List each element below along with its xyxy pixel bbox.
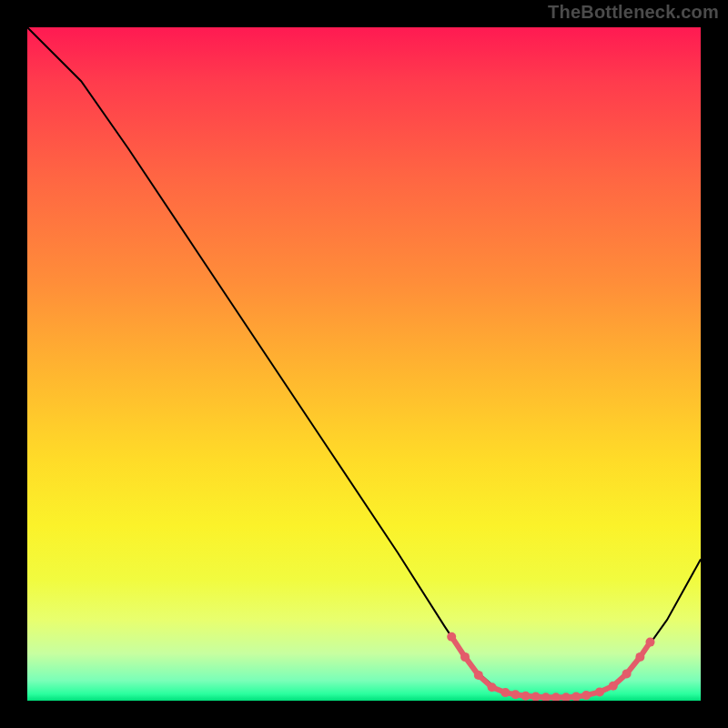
- marker-dot: [609, 682, 618, 691]
- marker-dot: [581, 691, 591, 700]
- marker-dot: [511, 690, 521, 699]
- bottleneck-curve: [27, 27, 701, 697]
- marker-dot: [646, 638, 655, 647]
- marker-connector-line: [451, 637, 650, 698]
- marker-dot: [561, 693, 571, 701]
- marker-dot: [474, 671, 483, 680]
- plot-area: [27, 27, 701, 701]
- marker-dot: [531, 693, 541, 701]
- marker-dot: [447, 632, 456, 642]
- chart-frame: TheBottleneck.com: [0, 0, 728, 728]
- chart-svg: [27, 27, 701, 701]
- watermark-text: TheBottleneck.com: [548, 2, 719, 23]
- marker-dot: [460, 652, 470, 662]
- marker-dot: [635, 652, 644, 662]
- marker-dot: [571, 693, 581, 701]
- marker-dot: [500, 688, 510, 697]
- marker-dots-group: [447, 632, 654, 701]
- marker-dot: [622, 669, 632, 678]
- marker-dot: [541, 693, 551, 701]
- marker-dot: [521, 692, 531, 701]
- marker-dot: [551, 693, 561, 701]
- marker-dot: [488, 682, 497, 692]
- marker-dot: [595, 687, 604, 696]
